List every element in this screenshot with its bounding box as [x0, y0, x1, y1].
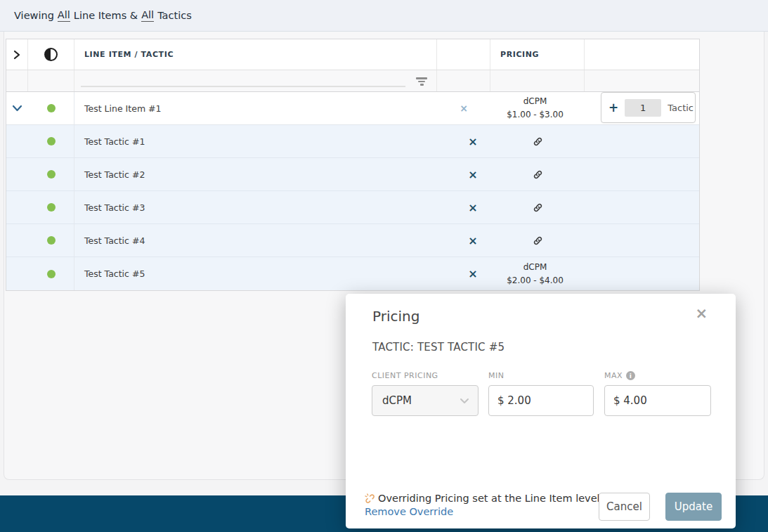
- status-dot-green: [47, 236, 56, 245]
- modal-title: Pricing: [372, 308, 419, 325]
- tactic-pricing-type: dCPM: [523, 261, 547, 274]
- client-pricing-value: dCPM: [382, 394, 412, 407]
- close-icon[interactable]: ×: [695, 306, 708, 321]
- remove-icon: ×: [460, 103, 468, 114]
- tactic-status-cell: [28, 257, 74, 290]
- line-item-header-label: LINE ITEM / TACTIC: [74, 50, 174, 59]
- tactic-expand-spacer: [6, 257, 28, 290]
- update-button[interactable]: Update: [665, 493, 722, 521]
- chevron-down-icon: [12, 105, 22, 112]
- tactics-label: Tactics: [157, 10, 192, 21]
- tactic-pricing-cell[interactable]: dCPM $2.00 - $4.00: [490, 257, 585, 290]
- tactic-name: Test Tactic #2: [84, 169, 145, 180]
- contrast-icon: [44, 48, 58, 61]
- tactic-name-cell: Test Tactic #2: [74, 158, 437, 190]
- all-line-items-toggle[interactable]: All: [58, 9, 70, 22]
- filter-row: [6, 70, 699, 92]
- line-item-name: Test Line Item #1: [84, 103, 161, 114]
- line-items-table: LINE ITEM / TACTIC PRICING Test Line It: [6, 39, 700, 291]
- tactic-pricing-link-button[interactable]: [490, 158, 585, 190]
- max-input[interactable]: [604, 385, 711, 416]
- status-dot-green: [47, 203, 56, 212]
- line-item-pricing-type: dCPM: [523, 95, 547, 108]
- remove-tactic-button[interactable]: ×: [437, 191, 490, 223]
- tactic-name: Test Tactic #1: [84, 136, 145, 147]
- filter-cell-pricing: [490, 70, 585, 91]
- remove-line-item-button[interactable]: ×: [437, 92, 490, 124]
- min-input[interactable]: [488, 385, 594, 416]
- remove-tactic-button[interactable]: ×: [437, 158, 490, 190]
- remove-icon: ×: [468, 234, 477, 247]
- broken-link-icon: [363, 492, 375, 504]
- table-header-row: LINE ITEM / TACTIC PRICING: [6, 39, 699, 70]
- tactic-pricing-link-button[interactable]: [490, 191, 585, 223]
- tactic-row: Test Tactic #4 ×: [6, 224, 699, 257]
- tactic-name: Test Tactic #4: [84, 235, 145, 246]
- tactic-status-cell: [28, 125, 74, 157]
- remove-tactic-button[interactable]: ×: [437, 125, 490, 157]
- max-label: MAX: [604, 371, 623, 380]
- tactic-name-cell: Test Tactic #5: [74, 257, 437, 290]
- line-item-row: Test Line Item #1 × dCPM $1.00 - $3.00: [6, 92, 699, 125]
- tactic-pricing-link-button[interactable]: [490, 125, 585, 157]
- line-item-pricing-cell[interactable]: dCPM $1.00 - $3.00: [490, 92, 585, 124]
- cancel-button[interactable]: Cancel: [599, 493, 650, 521]
- tactic-actions-cell: [585, 158, 699, 190]
- modal-subtitle: TACTIC: TEST TACTIC #5: [372, 341, 505, 353]
- pricing-header-label: PRICING: [490, 50, 539, 59]
- tactic-name: Test Tactic #5: [84, 268, 145, 279]
- actions-column-header: [585, 39, 699, 70]
- tactic-row: Test Tactic #1 ×: [6, 125, 699, 158]
- line-items-label: Line Items &: [74, 10, 138, 21]
- collapse-row-toggle[interactable]: [6, 92, 28, 124]
- filter-cell-status: [28, 70, 74, 91]
- tactic-expand-spacer: [6, 158, 28, 190]
- all-tactics-toggle[interactable]: All: [141, 9, 154, 22]
- remove-override-link[interactable]: Remove Override: [365, 506, 600, 517]
- tactic-name-cell: Test Tactic #4: [74, 224, 437, 257]
- max-field: MAX i: [604, 371, 711, 416]
- filter-icon[interactable]: [415, 77, 428, 86]
- pricing-modal: Pricing × TACTIC: TEST TACTIC #5 CLIENT …: [346, 294, 736, 528]
- filter-cell-actions: [585, 70, 699, 91]
- tactic-row: Test Tactic #2 ×: [6, 158, 699, 191]
- add-tactic-button[interactable]: + Tactic: [601, 92, 696, 123]
- expand-all-cell[interactable]: [6, 39, 28, 70]
- tactic-row-selected: Test Tactic #5 × dCPM $2.00 - $4.00: [6, 257, 699, 290]
- link-icon: [533, 136, 543, 147]
- remove-tactic-button[interactable]: ×: [437, 224, 490, 257]
- client-pricing-select[interactable]: dCPM: [372, 385, 479, 416]
- chevron-right-icon: [13, 50, 21, 60]
- link-icon: [533, 169, 543, 180]
- tactic-count-input[interactable]: [625, 99, 661, 117]
- pricing-column-header: PRICING: [490, 39, 585, 70]
- name-filter-input[interactable]: [81, 74, 405, 87]
- chevron-down-icon: [460, 398, 469, 404]
- tactic-status-cell: [28, 191, 74, 223]
- line-item-column-header: LINE ITEM / TACTIC: [74, 39, 437, 70]
- status-column-header[interactable]: [28, 39, 74, 70]
- filter-cell-remove: [437, 70, 490, 91]
- tactic-pricing-range: $2.00 - $4.00: [507, 274, 564, 287]
- status-dot-green: [47, 170, 56, 179]
- viewing-label: Viewing: [14, 10, 54, 21]
- filter-cell-name: [74, 70, 437, 91]
- min-label: MIN: [488, 371, 594, 380]
- tactic-name-cell: Test Tactic #3: [74, 191, 437, 223]
- remove-tactic-button[interactable]: ×: [437, 257, 490, 290]
- tactic-actions-cell: [585, 224, 699, 257]
- status-dot-green: [47, 270, 56, 278]
- tactic-actions-cell: [585, 257, 699, 290]
- link-icon: [533, 202, 543, 213]
- remove-icon: ×: [468, 168, 477, 181]
- tactic-actions-cell: [585, 191, 699, 223]
- tactic-count-label: Tactic: [668, 103, 694, 113]
- tactic-name: Test Tactic #3: [84, 202, 145, 213]
- remove-icon: ×: [468, 135, 477, 148]
- max-label-wrap: MAX i: [604, 371, 711, 380]
- tactic-pricing-link-button[interactable]: [490, 224, 585, 257]
- status-dot-green: [47, 137, 56, 145]
- status-dot-green: [47, 104, 56, 112]
- tactic-status-cell: [28, 224, 74, 257]
- tactic-status-cell: [28, 158, 74, 190]
